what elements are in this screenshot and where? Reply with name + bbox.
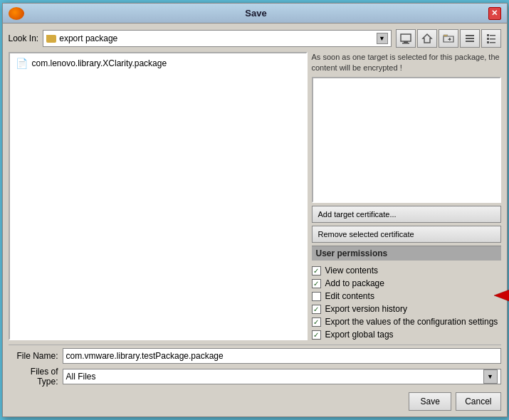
svg-rect-8 <box>466 41 474 42</box>
perm-export-version: ✓ Export version history <box>312 303 501 315</box>
svg-rect-11 <box>487 38 489 40</box>
red-arrow-annotation <box>494 285 510 306</box>
svg-rect-13 <box>487 41 489 43</box>
add-cert-button[interactable]: Add target certificate... <box>312 206 501 223</box>
toolbar-btn-new-folder[interactable] <box>439 29 458 48</box>
perm-export-version-label: Export version history <box>325 304 407 314</box>
svg-rect-12 <box>490 38 495 40</box>
checkbox-export-version[interactable]: ✓ <box>312 305 321 314</box>
look-in-combo[interactable]: export package ▼ <box>43 30 391 47</box>
cancel-button[interactable]: Cancel <box>456 392 500 411</box>
svg-rect-14 <box>490 42 495 43</box>
perm-view-label: View contents <box>325 266 379 275</box>
toolbar-btn-home[interactable] <box>417 29 437 48</box>
perm-export-values: ✓ Export the values of the configuration… <box>312 316 501 327</box>
save-dialog: Save ✕ Look In: export package ▼ <box>2 3 508 417</box>
perm-edit-contents-row: Edit contents <box>312 290 501 302</box>
title-bar: Save ✕ <box>3 4 507 23</box>
perm-add-label: Add to package <box>325 278 384 288</box>
toolbar-btn-details[interactable] <box>481 29 501 48</box>
action-buttons: Save Cancel <box>9 392 501 411</box>
file-item[interactable]: 📄 com.lenovo.library.XClarity.package <box>13 56 303 70</box>
file-name-label: File Name: <box>9 351 58 361</box>
permissions-list: ✓ View contents ✓ Add to package Edit co… <box>312 265 501 340</box>
svg-rect-7 <box>466 38 474 39</box>
remove-cert-button[interactable]: Remove selected certificate <box>312 226 501 243</box>
perm-export-tags: ✓ Export global tags <box>312 329 501 340</box>
main-area: 📄 com.lenovo.library.XClarity.package As… <box>9 52 501 340</box>
perm-add-package: ✓ Add to package <box>312 278 501 289</box>
checkbox-edit-contents[interactable] <box>312 292 321 301</box>
perm-edit-label: Edit contents <box>325 291 374 301</box>
file-name-row: File Name: <box>9 348 501 364</box>
toolbar-btn-computer[interactable] <box>396 29 416 48</box>
file-name-text: com.lenovo.library.XClarity.package <box>32 58 167 68</box>
file-type-row: Files of Type: All Files ▼ <box>9 367 501 387</box>
app-icon <box>9 7 24 20</box>
encrypt-info: As soon as one target is selected for th… <box>312 52 501 74</box>
file-type-select[interactable]: All Files ▼ <box>63 369 501 384</box>
look-in-row: Look In: export package ▼ <box>9 29 501 48</box>
svg-rect-0 <box>401 34 411 41</box>
svg-marker-15 <box>494 285 510 306</box>
file-name-input[interactable] <box>63 348 501 364</box>
toolbar-btn-list[interactable] <box>460 29 480 48</box>
svg-rect-10 <box>490 35 495 36</box>
checkbox-view-contents[interactable]: ✓ <box>312 266 321 275</box>
look-in-label: Look In: <box>9 33 39 43</box>
right-panel: As soon as one target is selected for th… <box>312 52 501 340</box>
look-in-arrow[interactable]: ▼ <box>377 33 388 44</box>
file-type-label: Files of Type: <box>9 367 58 387</box>
svg-marker-3 <box>423 34 431 43</box>
folder-icon <box>46 35 56 43</box>
dialog-content: Look In: export package ▼ <box>3 23 507 416</box>
svg-rect-6 <box>466 35 474 36</box>
look-in-value: export package <box>59 33 373 43</box>
checkbox-add-package[interactable]: ✓ <box>312 279 321 288</box>
svg-rect-9 <box>487 34 489 36</box>
checkbox-export-tags[interactable]: ✓ <box>312 330 321 340</box>
svg-rect-5 <box>448 39 451 41</box>
perm-edit-contents: Edit contents <box>312 290 374 302</box>
cert-list-box[interactable] <box>312 77 501 203</box>
toolbar-buttons <box>396 29 501 48</box>
save-button[interactable]: Save <box>409 392 451 411</box>
perm-export-values-label: Export the values of the configuration s… <box>325 317 498 327</box>
file-type-value: All Files <box>66 372 481 382</box>
svg-rect-2 <box>402 43 409 44</box>
svg-rect-1 <box>404 41 408 43</box>
file-icon: 📄 <box>16 58 28 69</box>
perm-view-contents: ✓ View contents <box>312 265 501 276</box>
file-list[interactable]: 📄 com.lenovo.library.XClarity.package <box>9 52 308 340</box>
bottom-form: File Name: Files of Type: All Files ▼ Sa… <box>9 345 501 411</box>
dialog-title: Save <box>24 8 488 19</box>
checkbox-export-values[interactable]: ✓ <box>312 317 321 327</box>
file-type-arrow[interactable]: ▼ <box>483 369 498 384</box>
perm-export-tags-label: Export global tags <box>325 330 394 340</box>
close-button[interactable]: ✕ <box>488 7 501 20</box>
user-permissions-header: User permissions <box>312 246 501 261</box>
